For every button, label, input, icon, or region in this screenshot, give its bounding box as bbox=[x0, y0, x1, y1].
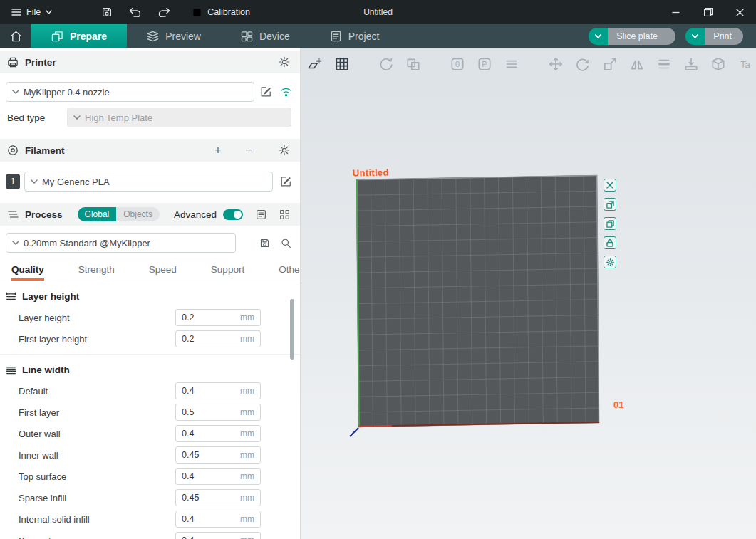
sidebar: Printer MyKlipper 0.4 nozzle Bed type Hi… bbox=[0, 48, 301, 539]
default-line-width-input[interactable]: 0.4 mm bbox=[175, 382, 261, 399]
param-value: 0.5 bbox=[182, 407, 240, 417]
viewport-3d[interactable]: 0 P bbox=[301, 48, 756, 539]
param-row: Layer height 0.2 mm bbox=[0, 307, 300, 328]
save-preset-button[interactable] bbox=[256, 234, 273, 251]
inner-wall-line-width-input[interactable]: 0.45 mm bbox=[175, 446, 261, 464]
tab-preview-label: Preview bbox=[165, 31, 201, 42]
param-tab-others[interactable]: Others bbox=[279, 264, 301, 281]
process-preset-select[interactable]: 0.20mm Standard @MyKlipper bbox=[6, 233, 236, 253]
advanced-toggle[interactable] bbox=[223, 209, 243, 220]
slice-dropdown[interactable] bbox=[589, 28, 608, 45]
filament-slot-badge[interactable]: 1 bbox=[6, 174, 20, 189]
printer-settings-button[interactable] bbox=[276, 53, 293, 70]
close-icon bbox=[736, 9, 744, 16]
param-tab-support[interactable]: Support bbox=[211, 264, 244, 281]
param-label: Sparse infill bbox=[19, 493, 175, 503]
slice-plate-label: Slice plate bbox=[608, 28, 675, 45]
undo-button[interactable] bbox=[123, 3, 147, 21]
layer-height-input[interactable]: 0.2 mm bbox=[175, 309, 261, 326]
support-line-width-input[interactable]: 0.4 mm bbox=[175, 532, 261, 539]
sparse-infill-line-width-input[interactable]: 0.45 mm bbox=[175, 489, 261, 506]
first-layer-height-input[interactable]: 0.2 mm bbox=[175, 330, 261, 347]
param-label: First layer bbox=[19, 407, 175, 418]
printer-icon bbox=[7, 57, 19, 68]
tab-prepare-label: Prepare bbox=[70, 31, 107, 42]
search-settings-button[interactable] bbox=[277, 234, 294, 251]
process-preset-value: 0.20mm Standard @MyKlipper bbox=[24, 238, 150, 248]
tab-project[interactable]: Project bbox=[310, 24, 400, 48]
file-menu[interactable]: File bbox=[7, 4, 56, 20]
edit-icon bbox=[260, 86, 271, 98]
tab-prepare[interactable]: Prepare bbox=[31, 24, 127, 48]
param-value: 0.4 bbox=[182, 429, 240, 439]
tab-device[interactable]: Device bbox=[221, 24, 310, 48]
build-plate[interactable] bbox=[301, 48, 756, 539]
sidebar-scrollbar[interactable] bbox=[290, 299, 294, 360]
edit-filament-button[interactable] bbox=[277, 173, 294, 190]
param-row: Top surface 0.4 mm bbox=[0, 466, 300, 487]
outer-wall-line-width-input[interactable]: 0.4 mm bbox=[175, 425, 261, 442]
undo-icon bbox=[129, 7, 142, 17]
tabbar-actions: Slice plate Print bbox=[589, 24, 756, 48]
redo-icon bbox=[157, 7, 170, 17]
param-value: 0.45 bbox=[182, 493, 240, 503]
lock-plate-button[interactable] bbox=[604, 236, 616, 249]
add-filament-button[interactable]: + bbox=[210, 142, 226, 158]
chevron-down-icon bbox=[595, 34, 601, 38]
save-button[interactable] bbox=[95, 3, 119, 21]
home-icon bbox=[10, 31, 22, 42]
param-label: Inner wall bbox=[19, 450, 175, 461]
redo-button[interactable] bbox=[152, 3, 176, 21]
param-label: First layer height bbox=[19, 334, 175, 345]
delete-plate-button[interactable] bbox=[604, 179, 616, 192]
plate-number-label: 01 bbox=[613, 399, 623, 410]
plate-name-label[interactable]: Untitled bbox=[353, 167, 389, 178]
minimize-button[interactable] bbox=[660, 0, 692, 24]
param-unit: mm bbox=[240, 407, 254, 417]
param-tab-speed[interactable]: Speed bbox=[149, 264, 177, 281]
bed-type-select[interactable]: High Temp Plate bbox=[67, 108, 291, 127]
param-unit: mm bbox=[240, 386, 254, 396]
remove-filament-button[interactable]: − bbox=[241, 142, 257, 158]
param-unit: mm bbox=[240, 429, 254, 439]
toggle-knob bbox=[234, 211, 242, 219]
home-button[interactable] bbox=[0, 24, 31, 48]
first-layer-line-width-input[interactable]: 0.5 mm bbox=[175, 404, 261, 421]
tab-preview[interactable]: Preview bbox=[127, 24, 221, 48]
param-label: Internal solid infill bbox=[19, 514, 175, 525]
app-window: File Calibration Untitled bbox=[0, 0, 756, 539]
print-dropdown[interactable] bbox=[685, 28, 705, 45]
maximize-button[interactable] bbox=[692, 0, 724, 24]
object-tree-button[interactable] bbox=[276, 206, 293, 223]
file-menu-label: File bbox=[26, 7, 41, 17]
param-tab-strength[interactable]: Strength bbox=[78, 264, 115, 281]
process-scope-toggle: Global Objects bbox=[78, 207, 160, 221]
close-button[interactable] bbox=[724, 0, 756, 24]
print-button[interactable]: Print bbox=[685, 28, 743, 45]
printer-preset-value: MyKlipper 0.4 nozzle bbox=[24, 87, 110, 98]
compare-presets-button[interactable] bbox=[252, 206, 269, 223]
param-label: Layer height bbox=[19, 313, 175, 323]
param-tab-quality[interactable]: Quality bbox=[11, 264, 44, 281]
param-unit: mm bbox=[240, 514, 254, 524]
slice-plate-button[interactable]: Slice plate bbox=[589, 28, 675, 45]
internal-solid-infill-line-width-input[interactable]: 0.4 mm bbox=[175, 511, 261, 528]
edit-printer-button[interactable] bbox=[257, 83, 274, 100]
filament-settings-button[interactable] bbox=[276, 142, 293, 159]
filament-preset-select[interactable]: My Generic PLA bbox=[24, 172, 273, 192]
top-surface-line-width-input[interactable]: 0.4 mm bbox=[175, 468, 261, 485]
shuffle-plate-button[interactable] bbox=[604, 198, 616, 211]
printer-connection-button[interactable] bbox=[277, 83, 294, 100]
filament-icon bbox=[7, 145, 19, 156]
print-label: Print bbox=[705, 28, 743, 45]
scope-objects-button[interactable]: Objects bbox=[116, 207, 160, 221]
shuffle-plate-icon bbox=[606, 201, 614, 209]
printer-preset-select[interactable]: MyKlipper 0.4 nozzle bbox=[6, 82, 254, 102]
param-unit: mm bbox=[240, 493, 254, 503]
titlebar-left: File Calibration bbox=[0, 3, 256, 21]
clone-plate-button[interactable] bbox=[604, 217, 616, 230]
scope-global-button[interactable]: Global bbox=[78, 207, 117, 221]
param-unit: mm bbox=[240, 535, 254, 539]
calibration-button[interactable]: Calibration bbox=[186, 4, 256, 21]
plate-settings-button[interactable] bbox=[604, 256, 616, 268]
